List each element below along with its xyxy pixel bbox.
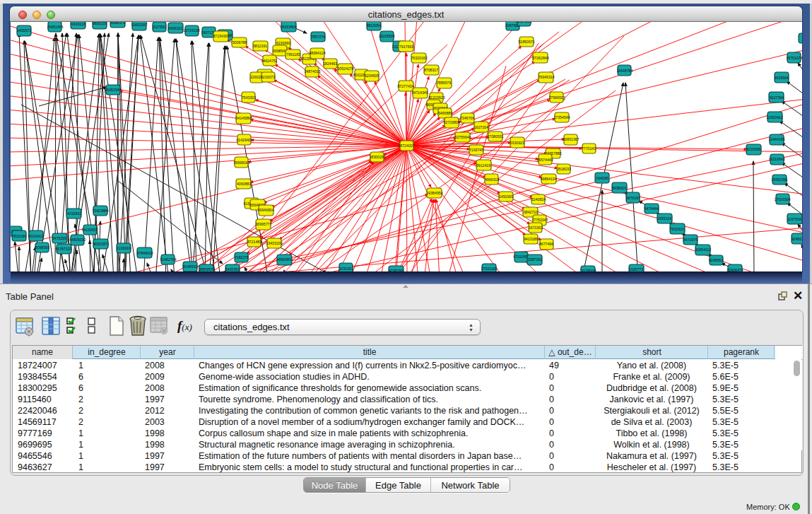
svg-text:5098393: 5098393	[35, 245, 49, 250]
svg-text:9474444: 9474444	[645, 206, 659, 211]
svg-text:1527602: 1527602	[152, 25, 166, 29]
svg-text:5009788: 5009788	[233, 40, 247, 45]
svg-text:6466162: 6466162	[168, 26, 182, 30]
svg-text:7770143: 7770143	[582, 146, 596, 151]
svg-text:87234309: 87234309	[213, 34, 229, 38]
svg-text:164095: 164095	[596, 176, 608, 180]
svg-text:17016504: 17016504	[774, 197, 790, 201]
svg-text:7193745: 7193745	[469, 148, 483, 152]
svg-text:93103413: 93103413	[28, 234, 44, 238]
svg-text:1627204: 1627204	[474, 125, 488, 129]
svg-text:8708317: 8708317	[424, 68, 438, 72]
svg-text:12093422: 12093422	[766, 115, 782, 119]
svg-text:1226916: 1226916	[117, 246, 131, 250]
svg-text:27354549: 27354549	[553, 115, 570, 119]
svg-text:10653267: 10653267	[131, 23, 147, 27]
svg-text:51850671: 51850671	[518, 40, 534, 44]
svg-text:8386379: 8386379	[111, 22, 125, 25]
svg-text:49894134: 49894134	[540, 177, 556, 181]
svg-text:34624751: 34624751	[261, 59, 277, 63]
svg-text:36995777: 36995777	[255, 222, 271, 226]
svg-text:85574443: 85574443	[536, 158, 553, 162]
svg-text:00524278: 00524278	[337, 66, 353, 71]
svg-text:34714345: 34714345	[411, 90, 428, 95]
svg-text:8721489: 8721489	[247, 240, 261, 244]
svg-text:65787133: 65787133	[55, 247, 71, 251]
svg-text:1824493: 1824493	[323, 62, 337, 66]
svg-text:37631165: 37631165	[481, 267, 498, 271]
svg-text:8215958: 8215958	[746, 147, 760, 151]
svg-text:34874016: 34874016	[304, 69, 320, 74]
svg-text:10654112: 10654112	[695, 247, 712, 252]
svg-text:4060883: 4060883	[237, 182, 251, 186]
svg-text:0330923: 0330923	[510, 141, 524, 145]
svg-text:9912419: 9912419	[476, 163, 490, 168]
svg-text:64835030: 64835030	[69, 238, 86, 242]
svg-text:6998543: 6998543	[273, 49, 287, 53]
svg-text:6204505: 6204505	[365, 74, 379, 78]
svg-text:15592391: 15592391	[771, 177, 787, 182]
svg-text:8938923: 8938923	[612, 186, 626, 190]
svg-text:7632621: 7632621	[670, 227, 684, 231]
svg-text:76320163: 76320163	[411, 56, 427, 60]
svg-text:4896383: 4896383	[277, 257, 291, 262]
svg-text:26053346: 26053346	[105, 88, 121, 92]
svg-text:18724007: 18724007	[398, 144, 414, 148]
svg-text:64139537: 64139537	[81, 228, 98, 232]
svg-text:6193990: 6193990	[276, 41, 290, 45]
svg-text:9245652: 9245652	[709, 258, 723, 262]
svg-text:55698169: 55698169	[233, 160, 249, 165]
svg-text:53755646: 53755646	[454, 135, 471, 139]
svg-text:4216073: 4216073	[261, 75, 275, 79]
svg-text:7889579: 7889579	[437, 81, 451, 85]
svg-text:54145868: 54145868	[235, 116, 252, 120]
svg-text:16648784: 16648784	[616, 69, 632, 73]
svg-text:5240824: 5240824	[531, 197, 546, 201]
svg-text:3518233: 3518233	[557, 167, 571, 171]
svg-text:0812191: 0812191	[253, 44, 267, 48]
svg-text:2935114: 2935114	[657, 216, 671, 221]
svg-text:18300295: 18300295	[369, 155, 385, 159]
svg-text:9227394: 9227394	[770, 95, 784, 100]
svg-text:29946804: 29946804	[257, 208, 273, 212]
svg-text:8471676: 8471676	[683, 238, 698, 242]
svg-text:9600133: 9600133	[93, 22, 107, 25]
svg-text:80831367: 80831367	[563, 137, 579, 141]
svg-text:0433218: 0433218	[71, 22, 86, 26]
svg-text:1167534: 1167534	[787, 217, 801, 221]
svg-text:15751074: 15751074	[786, 56, 802, 60]
svg-text:57262849: 57262849	[532, 56, 548, 60]
svg-text:02654235: 02654235	[515, 22, 531, 23]
svg-text:96532871: 96532871	[93, 242, 109, 246]
svg-text:0842710: 0842710	[524, 210, 538, 214]
svg-text:1671902: 1671902	[529, 226, 543, 230]
svg-text:16033809: 16033809	[280, 25, 296, 29]
svg-text:19384554: 19384554	[426, 191, 442, 195]
svg-text:4966319: 4966319	[485, 177, 499, 182]
svg-text:10719138: 10719138	[183, 28, 199, 33]
svg-text:62729806: 62729806	[443, 120, 459, 124]
svg-text:9413186: 9413186	[524, 237, 538, 241]
svg-text:3387262: 3387262	[528, 257, 542, 262]
svg-text:1031051: 1031051	[339, 267, 353, 271]
svg-text:7917693: 7917693	[399, 45, 413, 49]
svg-text:9329966: 9329966	[775, 76, 789, 80]
svg-text:7543303: 7543303	[242, 95, 256, 100]
svg-text:19218506: 19218506	[378, 34, 394, 38]
svg-text:77752047: 77752047	[531, 218, 548, 222]
svg-text:16210643: 16210643	[768, 157, 784, 161]
svg-text:12444195: 12444195	[768, 137, 784, 141]
svg-text:7857274: 7857274	[311, 35, 325, 39]
svg-text:1405571: 1405571	[17, 28, 31, 33]
svg-text:97848018: 97848018	[136, 251, 153, 255]
svg-text:8148932: 8148932	[183, 264, 197, 269]
svg-text:20691406: 20691406	[47, 25, 63, 29]
svg-text:8677496: 8677496	[539, 242, 553, 246]
svg-text:9245012: 9245012	[792, 237, 802, 241]
svg-text:6679197: 6679197	[626, 196, 640, 200]
svg-text:7816184: 7816184	[12, 234, 26, 238]
svg-text:4192832: 4192832	[67, 211, 81, 216]
svg-text:6475255: 6475255	[52, 236, 66, 240]
svg-text:72423884: 72423884	[92, 209, 108, 213]
svg-text:17080531: 17080531	[487, 134, 503, 139]
